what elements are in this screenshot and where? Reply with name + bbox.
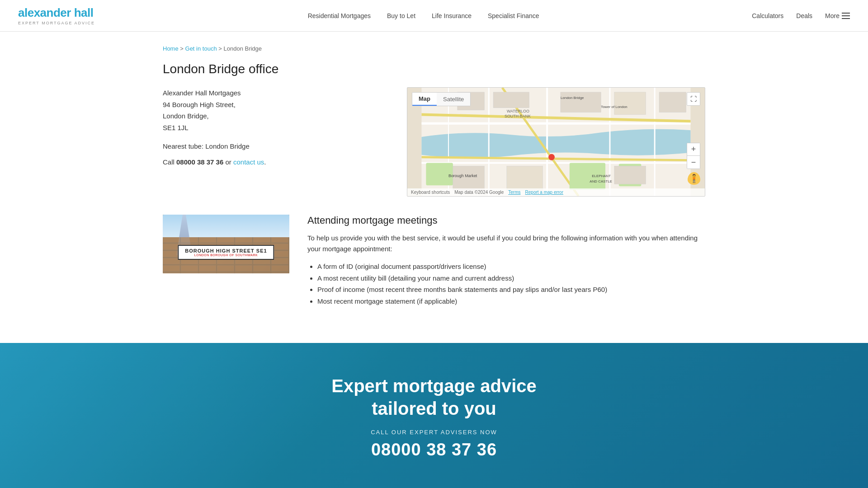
map-container: WATERLOO SOUTH BANK London Bridge Tower …	[407, 87, 705, 197]
brick-pattern	[163, 215, 289, 273]
map-fullscreen-button[interactable]: ⛶	[687, 92, 700, 106]
top-row: Alexander Hall Mortgages 94 Borough High…	[163, 87, 705, 197]
map-pegman[interactable]: 🧍	[688, 172, 700, 185]
second-row: BOROUGH HIGH STREET SE1 LONDON BOROUGH O…	[163, 215, 705, 307]
map-tab-satellite[interactable]: Satellite	[437, 93, 470, 106]
company-name: Alexander Hall Mortgages	[163, 87, 389, 99]
map-terms[interactable]: Terms	[508, 190, 520, 195]
main-nav: Residential Mortgages Buy to Let Life In…	[308, 12, 539, 19]
svg-rect-15	[493, 92, 529, 108]
breadcrumb-current: London Bridge	[223, 45, 262, 52]
sign-main-text: BOROUGH HIGH STREET SE1	[185, 248, 267, 253]
bullet-2: A most recent utility bill (detailing yo…	[317, 272, 705, 284]
map-section: WATERLOO SOUTH BANK London Bridge Tower …	[407, 87, 705, 197]
zoom-in-button[interactable]: +	[687, 143, 700, 156]
attending-intro: To help us provide you with the best ser…	[307, 233, 705, 254]
map-zoom-controls: + −	[687, 143, 700, 169]
svg-rect-17	[614, 92, 646, 115]
hamburger-icon	[842, 13, 850, 19]
svg-text:Tower of London: Tower of London	[601, 105, 627, 109]
main-content: Home > Get in touch > London Bridge Lond…	[145, 32, 723, 343]
nav-life-insurance[interactable]: Life Insurance	[432, 12, 472, 19]
svg-rect-18	[659, 92, 686, 113]
phone-number: 08000 38 37 36	[176, 158, 225, 166]
map-report[interactable]: Report a map error	[525, 190, 563, 195]
site-header: alexander hall EXPERT MORTGAGE ADVICE Re…	[0, 0, 868, 32]
bullet-3: Proof of income (most recent three month…	[317, 284, 705, 296]
cta-phone: 08000 38 37 36	[18, 440, 850, 460]
office-image: BOROUGH HIGH STREET SE1 LONDON BOROUGH O…	[163, 215, 289, 273]
logo-text: alexander hall	[18, 6, 95, 20]
sign-sub-text: LONDON BOROUGH OF SOUTHWARK	[185, 253, 267, 257]
bullet-4: Most recent mortgage statement (if appli…	[317, 296, 705, 307]
svg-text:ELEPHANT: ELEPHANT	[592, 174, 611, 178]
page-title: London Bridge office	[163, 62, 705, 76]
svg-text:Borough Market: Borough Market	[448, 174, 477, 178]
keyboard-shortcuts: Keyboard shortcuts	[411, 190, 450, 195]
svg-rect-21	[614, 166, 646, 184]
breadcrumb-get-in-touch[interactable]: Get in touch	[185, 45, 217, 52]
breadcrumb-home[interactable]: Home	[163, 45, 179, 52]
address-block: Alexander Hall Mortgages 94 Borough High…	[163, 87, 389, 133]
nav-right: Calculators Deals More	[752, 12, 850, 19]
nav-calculators[interactable]: Calculators	[752, 12, 783, 19]
logo-sub: EXPERT MORTGAGE ADVICE	[18, 21, 95, 25]
map-toggle: Map Satellite	[412, 92, 471, 106]
cta-title: Expert mortgage advice tailored to you	[18, 375, 850, 420]
logo[interactable]: alexander hall EXPERT MORTGAGE ADVICE	[18, 6, 95, 25]
call-line: Call 08000 38 37 36 or contact us.	[163, 158, 389, 166]
svg-rect-19	[453, 166, 484, 191]
address-line1: 94 Borough High Street,	[163, 99, 389, 111]
contact-us-link[interactable]: contact us	[233, 158, 264, 166]
or-label: or	[225, 158, 233, 166]
cta-sub: CALL OUR EXPERT ADVISERS NOW	[18, 429, 850, 436]
map-data-text: Map data ©2024 Google	[454, 190, 504, 195]
nearest-tube: Nearest tube: London Bridge	[163, 142, 389, 150]
cta-footer: Expert mortgage advice tailored to you C…	[0, 343, 868, 488]
cta-inner: Expert mortgage advice tailored to you C…	[18, 375, 850, 460]
address-line2: London Bridge,	[163, 110, 389, 122]
cta-title-line1: Expert mortgage advice	[331, 376, 537, 396]
nav-deals[interactable]: Deals	[796, 12, 812, 19]
address-postcode: SE1 1JL	[163, 122, 389, 134]
svg-text:AND CASTLE: AND CASTLE	[590, 179, 612, 183]
nav-residential-mortgages[interactable]: Residential Mortgages	[308, 12, 371, 19]
office-sign: BOROUGH HIGH STREET SE1 LONDON BOROUGH O…	[178, 245, 274, 260]
attending-bullets: A form of ID (original document passport…	[307, 261, 705, 307]
zoom-out-button[interactable]: −	[687, 156, 700, 169]
bullet-1: A form of ID (original document passport…	[317, 261, 705, 272]
map-tab-map[interactable]: Map	[412, 93, 437, 106]
call-label: Call	[163, 158, 176, 166]
svg-text:London Bridge: London Bridge	[561, 96, 584, 100]
map-credits: Keyboard shortcuts Map data ©2024 Google…	[407, 188, 705, 196]
nav-buy-to-let[interactable]: Buy to Let	[387, 12, 415, 19]
svg-text:WATERLOO: WATERLOO	[507, 109, 529, 113]
svg-rect-16	[561, 92, 601, 113]
attending-title: Attending mortgage meetings	[307, 215, 705, 226]
more-button[interactable]: More	[825, 12, 850, 19]
breadcrumb: Home > Get in touch > London Bridge	[163, 45, 705, 52]
svg-text:SOUTH BANK: SOUTH BANK	[505, 114, 531, 118]
attending-section: Attending mortgage meetings To help us p…	[307, 215, 705, 307]
svg-rect-20	[507, 166, 542, 191]
address-section: Alexander Hall Mortgages 94 Borough High…	[163, 87, 389, 197]
fullscreen-icon: ⛶	[690, 95, 697, 103]
cta-title-line2: tailored to you	[372, 399, 496, 418]
nav-specialist-finance[interactable]: Specialist Finance	[488, 12, 539, 19]
